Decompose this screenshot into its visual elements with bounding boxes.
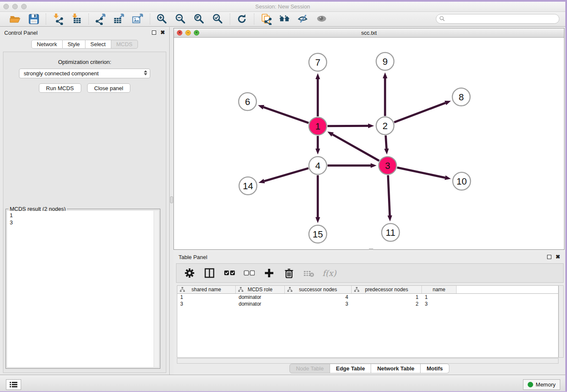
edge-arrowhead bbox=[258, 105, 264, 109]
table-row[interactable]: 1dominator411 bbox=[177, 294, 558, 301]
edge-2-8[interactable] bbox=[394, 103, 446, 122]
tab-motifs[interactable]: Motifs bbox=[421, 364, 449, 373]
home-button[interactable] bbox=[278, 13, 292, 25]
hide-visibility-button[interactable] bbox=[297, 13, 310, 25]
column-split-icon bbox=[204, 268, 215, 279]
tab-node-table[interactable]: Node Table bbox=[289, 364, 330, 373]
tab-select[interactable]: Select bbox=[85, 40, 111, 49]
plus-button[interactable] bbox=[263, 267, 275, 279]
table-horizontal-scrollbar[interactable] bbox=[177, 358, 559, 364]
refresh-button[interactable] bbox=[235, 13, 249, 25]
memory-button[interactable]: Memory bbox=[523, 379, 560, 390]
table-panel-title: Table Panel bbox=[179, 254, 207, 260]
table-cell[interactable]: 1 bbox=[177, 294, 236, 301]
table-cell[interactable]: 1 bbox=[422, 294, 457, 301]
column-header-name[interactable]: name bbox=[422, 286, 457, 293]
column-header-MCDS-role[interactable]: MCDS role bbox=[236, 286, 285, 293]
delete-table-button[interactable] bbox=[303, 267, 315, 279]
memory-label: Memory bbox=[536, 381, 556, 388]
graph-node-label-10: 10 bbox=[457, 176, 467, 187]
save-session-button[interactable] bbox=[27, 13, 41, 25]
export-network-button[interactable] bbox=[94, 13, 107, 25]
table-close-panel-icon[interactable]: ✖ bbox=[556, 255, 560, 259]
edge-3-1[interactable] bbox=[333, 135, 379, 161]
column-header-shared-name[interactable]: shared name bbox=[177, 286, 236, 293]
zoom-in-button[interactable] bbox=[155, 13, 169, 25]
graph-node-label-6: 6 bbox=[245, 97, 250, 107]
table-cell[interactable]: 3 bbox=[177, 301, 236, 307]
search-input[interactable] bbox=[436, 14, 559, 24]
graph-node-label-4: 4 bbox=[315, 160, 320, 171]
table-cell[interactable]: 4 bbox=[285, 294, 352, 301]
open-session-icon bbox=[9, 13, 21, 25]
result-scrollbar[interactable] bbox=[154, 211, 159, 367]
zoom-selected-icon bbox=[212, 13, 224, 25]
table-row[interactable]: 3dominator323 bbox=[177, 301, 558, 307]
network-resize-grip[interactable] bbox=[369, 248, 373, 250]
table-cell[interactable]: dominator bbox=[236, 301, 285, 307]
zoom-selected-button[interactable] bbox=[211, 13, 225, 25]
edge-arrowhead bbox=[388, 215, 392, 221]
copy-network-button[interactable] bbox=[259, 13, 273, 25]
edge-arrowhead bbox=[445, 101, 451, 105]
dropdown-stepper-icon bbox=[144, 70, 147, 75]
task-history-button[interactable] bbox=[6, 379, 21, 390]
edge-3-11[interactable] bbox=[388, 175, 390, 215]
function-builder-button[interactable]: f(x) bbox=[322, 268, 336, 278]
gear-button[interactable] bbox=[183, 267, 196, 279]
show-visibility-button[interactable] bbox=[315, 13, 329, 25]
tab-mcds[interactable]: MCDS bbox=[111, 40, 138, 49]
import-table-button[interactable] bbox=[70, 13, 83, 25]
open-session-button[interactable] bbox=[8, 13, 22, 25]
zoom-out-button[interactable] bbox=[174, 13, 187, 25]
edge-arrowhead bbox=[316, 149, 320, 155]
edge-1-6[interactable] bbox=[264, 107, 309, 123]
tab-network[interactable]: Network bbox=[31, 40, 63, 49]
import-network-button[interactable] bbox=[51, 13, 65, 25]
graph-node-label-7: 7 bbox=[315, 57, 320, 68]
edge-arrowhead bbox=[316, 217, 320, 223]
edge-4-14[interactable] bbox=[264, 168, 308, 181]
hide-visibility-icon bbox=[297, 13, 309, 25]
export-table-button[interactable] bbox=[113, 13, 126, 25]
export-image-icon bbox=[132, 13, 144, 25]
checkbox-checked-pair-button[interactable] bbox=[223, 267, 236, 279]
criterion-dropdown[interactable]: strongly connected component bbox=[19, 69, 150, 78]
network-window-titlebar[interactable]: ✕ − + scc.txt bbox=[174, 28, 564, 38]
column-header-predecessor-nodes[interactable]: predecessor nodes bbox=[352, 286, 422, 293]
table-cell[interactable]: 3 bbox=[285, 301, 352, 307]
home-icon bbox=[279, 13, 291, 25]
zoom-fit-button[interactable] bbox=[193, 13, 206, 25]
tab-edge-table[interactable]: Edge Table bbox=[330, 364, 371, 373]
table-float-panel-icon[interactable] bbox=[547, 255, 551, 259]
trash-button[interactable] bbox=[283, 267, 295, 279]
edge-arrowhead bbox=[259, 179, 265, 184]
graph-node-label-15: 15 bbox=[313, 229, 323, 240]
column-split-button[interactable] bbox=[203, 267, 216, 279]
optimization-label: Optimization criterion: bbox=[3, 59, 166, 65]
edge-2-3[interactable] bbox=[385, 135, 386, 149]
network-canvas[interactable]: 1234678910111415 bbox=[174, 38, 564, 249]
column-header-successor-nodes[interactable]: successor nodes bbox=[285, 286, 352, 293]
table-cell[interactable]: 3 bbox=[422, 301, 457, 307]
table-cell[interactable]: 2 bbox=[352, 301, 422, 307]
close-panel-icon[interactable]: ✖ bbox=[160, 30, 165, 35]
close-panel-button[interactable]: Close panel bbox=[87, 83, 131, 93]
edge-1-2[interactable] bbox=[328, 126, 368, 126]
run-mcds-button[interactable]: Run MCDS bbox=[39, 83, 81, 93]
float-panel-icon[interactable] bbox=[152, 30, 156, 35]
edge-3-10[interactable] bbox=[397, 168, 445, 178]
zoom-fit-icon bbox=[193, 13, 205, 25]
export-image-button[interactable] bbox=[131, 13, 145, 25]
table-cell[interactable]: dominator bbox=[236, 294, 285, 301]
checkbox-unchecked-pair-button[interactable] bbox=[243, 267, 256, 279]
table-vertical-scrollbar[interactable] bbox=[559, 285, 564, 358]
table-cell[interactable]: 1 bbox=[352, 294, 422, 301]
mcds-result-text[interactable]: 1 3 bbox=[7, 211, 159, 367]
edge-arrowhead bbox=[445, 175, 451, 180]
statusbar: Memory bbox=[0, 375, 565, 391]
tab-network-table[interactable]: Network Table bbox=[371, 364, 421, 373]
panel-splitter[interactable] bbox=[170, 27, 173, 375]
splitter-grip[interactable] bbox=[170, 196, 173, 203]
tab-style[interactable]: Style bbox=[63, 40, 85, 49]
